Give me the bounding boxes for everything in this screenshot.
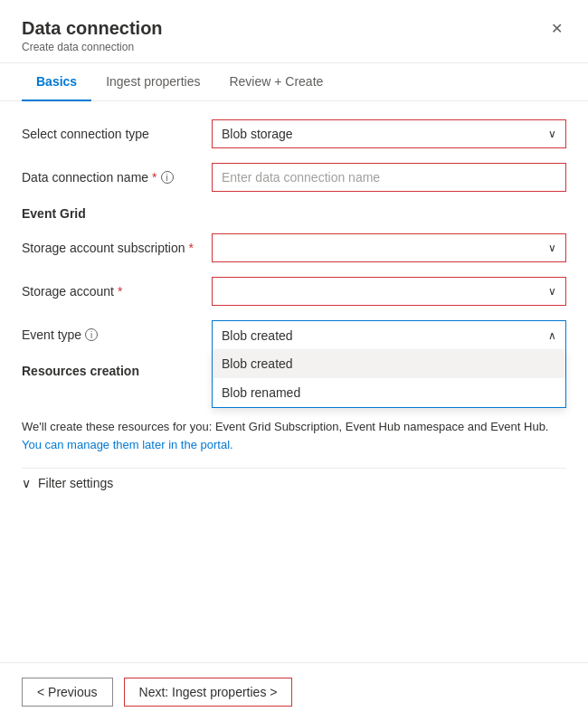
dialog-title: Data connection xyxy=(22,18,163,39)
filter-settings-section[interactable]: ∨ Filter settings xyxy=(22,468,566,498)
event-type-select[interactable]: Blob created ∧ xyxy=(212,320,566,349)
event-type-label: Event type i xyxy=(22,327,212,342)
connection-name-row: Data connection name * i xyxy=(22,163,566,192)
connection-type-row: Select connection type Blob storage ∨ xyxy=(22,119,566,148)
tab-bar: Basics Ingest properties Review + Create xyxy=(0,63,588,101)
storage-account-label: Storage account * xyxy=(22,284,212,299)
dropdown-item-blob-created[interactable]: Blob created xyxy=(213,349,565,378)
chevron-down-icon-subscription: ∨ xyxy=(548,242,556,254)
event-grid-section-title: Event Grid xyxy=(22,206,566,221)
event-type-control: Blob created ∧ Blob created Blob renamed xyxy=(212,320,566,349)
connection-name-label: Data connection name * i xyxy=(22,170,212,185)
event-type-dropdown: Blob created Blob renamed xyxy=(212,349,566,408)
next-button[interactable]: Next: Ingest properties > xyxy=(124,678,293,707)
connection-name-input[interactable] xyxy=(212,163,566,192)
tab-review-create[interactable]: Review + Create xyxy=(214,63,337,101)
required-indicator: * xyxy=(152,170,156,185)
chevron-down-icon-filter: ∨ xyxy=(22,476,31,490)
chevron-down-icon: ∨ xyxy=(548,128,556,140)
tab-basics[interactable]: Basics xyxy=(22,63,91,101)
connection-type-select[interactable]: Blob storage ∨ xyxy=(212,119,566,148)
close-button[interactable]: ✕ xyxy=(547,18,566,40)
storage-subscription-label: Storage account subscription * xyxy=(22,241,212,255)
storage-account-row: Storage account * ∨ xyxy=(22,277,566,306)
dropdown-item-blob-renamed[interactable]: Blob renamed xyxy=(213,378,565,407)
storage-subscription-select[interactable]: ∨ xyxy=(212,233,566,262)
chevron-up-icon-event: ∧ xyxy=(548,329,556,342)
storage-account-control: ∨ xyxy=(212,277,566,306)
connection-type-control: Blob storage ∨ xyxy=(212,119,566,148)
required-indicator-subscription: * xyxy=(189,241,194,255)
storage-account-select[interactable]: ∨ xyxy=(212,277,566,306)
chevron-down-icon-account: ∨ xyxy=(548,285,556,298)
connection-type-label: Select connection type xyxy=(22,127,212,141)
resources-creation-label-col: Resources creation xyxy=(22,364,212,378)
previous-button[interactable]: < Previous xyxy=(22,678,113,707)
dialog-subtitle: Create data connection xyxy=(22,41,163,53)
form-content: Select connection type Blob storage ∨ Da… xyxy=(0,101,588,662)
required-indicator-account: * xyxy=(118,284,122,299)
tab-ingest-properties[interactable]: Ingest properties xyxy=(91,63,214,101)
storage-subscription-row: Storage account subscription * ∨ xyxy=(22,233,566,262)
dialog-header: Data connection Create data connection ✕ xyxy=(0,0,588,63)
data-connection-dialog: Data connection Create data connection ✕… xyxy=(0,0,588,721)
event-type-row: Event type i Blob created ∧ Blob created… xyxy=(22,320,566,349)
manage-link[interactable]: You can manage them later in the portal. xyxy=(22,438,233,451)
connection-name-control xyxy=(212,163,566,192)
storage-subscription-control: ∨ xyxy=(212,233,566,262)
info-text: We'll create these resources for you: Ev… xyxy=(22,418,566,453)
info-icon-event-type[interactable]: i xyxy=(85,328,98,341)
info-icon[interactable]: i xyxy=(161,171,174,184)
dialog-footer: < Previous Next: Ingest properties > xyxy=(0,662,588,721)
header-text: Data connection Create data connection xyxy=(22,18,163,53)
